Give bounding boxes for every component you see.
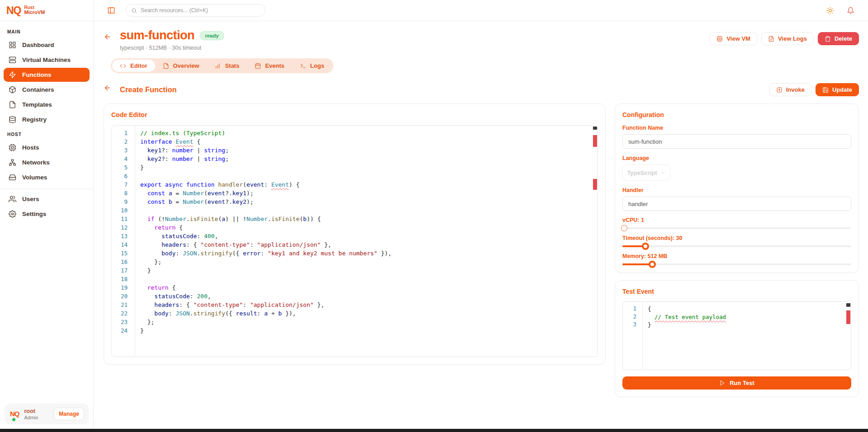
- invoke-button[interactable]: Invoke: [769, 83, 811, 96]
- code-line: [140, 172, 392, 180]
- error-overview-mark: [846, 310, 850, 324]
- code-line: }: [140, 326, 392, 335]
- code-line: // Test event payload: [648, 313, 726, 321]
- slider-thumb[interactable]: [649, 261, 656, 268]
- search-box[interactable]: [125, 4, 266, 17]
- cpu-icon: [9, 144, 16, 151]
- network-icon: [9, 159, 16, 166]
- logo-icon: NQ: [6, 5, 21, 17]
- run-test-button[interactable]: Run Test: [622, 376, 851, 390]
- sidebar-item-virtual-machines[interactable]: Virtual Machines: [4, 53, 90, 67]
- tab-stats[interactable]: Stats: [207, 60, 247, 72]
- search-icon: [131, 8, 137, 14]
- view-vm-button[interactable]: View VM: [710, 32, 757, 45]
- calendar-icon: [255, 63, 261, 69]
- code-lines[interactable]: // index.ts (TypeScript)interface Event …: [135, 126, 392, 357]
- delete-button[interactable]: Delete: [818, 32, 859, 45]
- user-name: root: [24, 408, 38, 415]
- box-icon: [9, 86, 16, 94]
- file-text-icon: [768, 36, 774, 42]
- notifications-bell-icon[interactable]: [847, 7, 854, 14]
- update-button[interactable]: Update: [816, 83, 859, 96]
- view-logs-button[interactable]: View Logs: [761, 32, 814, 45]
- sidebar-item-templates[interactable]: Templates: [4, 98, 90, 112]
- test-code-lines[interactable]: { // Test event payload}: [643, 302, 726, 370]
- sidebar-item-volumes[interactable]: Volumes: [4, 170, 90, 184]
- user-card: NQ root Admin Manage: [5, 404, 89, 424]
- code-line: body: JSON.stringify({ error: "key1 and …: [140, 249, 392, 258]
- code-line: body: JSON.stringify({ result: a + b }),: [140, 309, 392, 318]
- sidebar-item-dashboard[interactable]: Dashboard: [4, 38, 90, 52]
- function-name-input[interactable]: [622, 134, 851, 149]
- slider-thumb[interactable]: [621, 225, 628, 232]
- save-icon: [822, 87, 829, 93]
- code-line: headers: { "content-type": "application/…: [140, 301, 392, 309]
- language-select[interactable]: TypeScript: [622, 164, 670, 181]
- scrollbar-thumb[interactable]: [593, 127, 597, 130]
- code-line: [140, 206, 392, 215]
- handler-input[interactable]: [622, 197, 851, 211]
- code-line: const a = Number(event?.key1);: [140, 189, 392, 197]
- editor-scrollbar[interactable]: [593, 126, 597, 356]
- slider-thumb[interactable]: [642, 243, 649, 250]
- brand-logo[interactable]: NQ Rust MicroVM: [0, 0, 93, 21]
- trash-icon: [825, 36, 831, 42]
- code-line: }: [140, 163, 392, 172]
- sidebar-item-registry[interactable]: Registry: [4, 113, 90, 127]
- code-line: statusCode: 400,: [140, 232, 392, 240]
- function-meta-subtitle: typescript · 512MB · 30s timeout: [120, 45, 224, 51]
- code-editor[interactable]: 123456789101112131415161718192021222324 …: [111, 125, 598, 357]
- file-icon: [163, 63, 169, 69]
- resource-sliders: vCPU: 1Timeout (seconds): 30Memory: 512 …: [622, 217, 851, 265]
- hard-drive-icon: [9, 174, 16, 181]
- server-icon: [9, 56, 16, 64]
- gear-icon: [9, 210, 16, 218]
- test-line-numbers-gutter: 123: [623, 302, 643, 370]
- sidebar-item-users[interactable]: Users: [4, 192, 90, 206]
- avatar: NQ: [9, 408, 20, 419]
- nav-section-label: HOST: [0, 127, 93, 140]
- code-line: statusCode: 200,: [140, 292, 392, 301]
- slider-vcpu[interactable]: [622, 227, 851, 229]
- tab-overview[interactable]: Overview: [155, 60, 207, 72]
- tab-events[interactable]: Events: [247, 60, 292, 72]
- file-icon: [9, 101, 16, 108]
- code-line: interface Event {: [140, 137, 392, 146]
- panel-toggle-icon[interactable]: [107, 6, 115, 14]
- slider-timeout-seconds-[interactable]: [622, 245, 851, 247]
- sidebar-item-settings[interactable]: Settings: [4, 207, 90, 221]
- code-line: [140, 275, 392, 283]
- test-event-editor[interactable]: 123 { // Test event payload}: [622, 301, 851, 370]
- slider-memory[interactable]: [622, 263, 851, 265]
- sidebar-item-functions[interactable]: Functions: [4, 68, 90, 82]
- line-numbers-gutter: 123456789101112131415161718192021222324: [112, 126, 135, 357]
- app-window: NQ Rust MicroVM MAINDashboardVirtual Mac…: [0, 0, 868, 429]
- sidebar: NQ Rust MicroVM MAINDashboardVirtual Mac…: [0, 0, 94, 429]
- search-input[interactable]: [141, 7, 260, 14]
- sidebar-item-containers[interactable]: Containers: [4, 83, 90, 97]
- code-line: key1?: number | string;: [140, 146, 392, 155]
- topbar: [94, 0, 868, 21]
- code-line: export async function handler(event: Eve…: [140, 180, 392, 189]
- sidebar-item-networks[interactable]: Networks: [4, 155, 90, 169]
- scrollbar-thumb[interactable]: [846, 303, 850, 307]
- code-line: {: [648, 305, 726, 313]
- manage-button[interactable]: Manage: [54, 408, 84, 420]
- sidebar-item-hosts[interactable]: Hosts: [4, 141, 90, 155]
- handler-label: Handler: [622, 187, 851, 193]
- back-arrow-button-create[interactable]: [104, 84, 115, 96]
- test-editor-scrollbar[interactable]: [846, 302, 850, 369]
- create-function-title: Create Function: [120, 85, 177, 94]
- tab-logs[interactable]: Logs: [292, 60, 332, 72]
- code-line: }: [140, 266, 392, 275]
- bar-chart-icon: [214, 63, 221, 69]
- code-line: };: [140, 258, 392, 266]
- theme-toggle-sun-icon[interactable]: [826, 7, 834, 14]
- play-icon: [719, 380, 725, 386]
- database-icon: [9, 116, 16, 123]
- terminal-icon: [300, 63, 306, 69]
- user-role: Admin: [24, 415, 38, 420]
- tab-editor[interactable]: Editor: [112, 60, 155, 72]
- slider-label-memory: Memory: 512 MB: [622, 253, 851, 259]
- back-arrow-button[interactable]: [104, 33, 115, 45]
